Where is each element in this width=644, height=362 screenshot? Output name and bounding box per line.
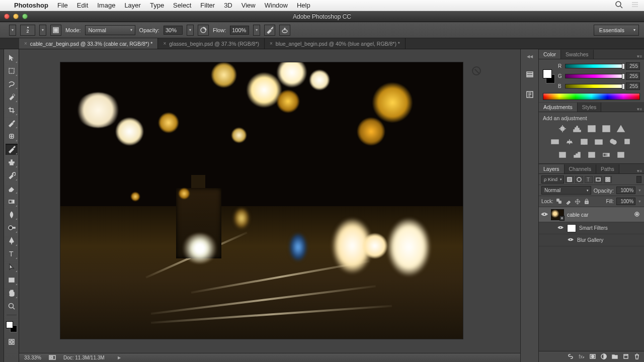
- gradient-tool[interactable]: [6, 196, 18, 207]
- airbrush-icon[interactable]: [264, 25, 275, 36]
- curves-icon[interactable]: [587, 124, 597, 133]
- filter-entry-row[interactable]: Blur Gallery: [539, 234, 644, 246]
- b-slider[interactable]: [565, 84, 624, 88]
- smart-filters-row[interactable]: Smart Filters: [539, 222, 644, 234]
- menu-file[interactable]: File: [57, 2, 68, 9]
- b-value[interactable]: 255: [626, 82, 640, 90]
- opacity-input[interactable]: 30%: [164, 26, 183, 35]
- group-icon[interactable]: [612, 353, 618, 360]
- close-button[interactable]: [4, 14, 10, 19]
- brightness-contrast-icon[interactable]: [557, 124, 568, 133]
- invert-icon[interactable]: [557, 150, 568, 159]
- lock-position-icon[interactable]: [574, 198, 581, 205]
- filter-mask-thumbnail[interactable]: [567, 224, 576, 232]
- menu-window[interactable]: Window: [265, 2, 288, 9]
- filter-type-icon[interactable]: T: [585, 176, 593, 183]
- document-tab[interactable]: ×glasses_begin.psd @ 37.3% (RGB/8*): [158, 38, 265, 49]
- color-spectrum[interactable]: [543, 93, 640, 100]
- color-lookup-icon[interactable]: [623, 137, 633, 146]
- layer-row[interactable]: cable car: [539, 207, 644, 222]
- eraser-tool[interactable]: [6, 183, 18, 194]
- levels-icon[interactable]: [572, 124, 582, 133]
- menu-type[interactable]: Type: [150, 2, 164, 9]
- black-white-icon[interactable]: [579, 137, 589, 146]
- opacity-dropdown[interactable]: ▼: [187, 25, 194, 36]
- lasso-tool[interactable]: [6, 78, 18, 89]
- channel-mixer-icon[interactable]: [608, 137, 618, 146]
- document-canvas[interactable]: [60, 62, 463, 339]
- layer-fill-input[interactable]: 100%: [616, 198, 635, 205]
- delete-layer-icon[interactable]: [634, 353, 640, 360]
- brush-preset-picker[interactable]: 2: [20, 25, 35, 36]
- document-tab[interactable]: ×blue_angel_begin.psd @ 40% (blue angel,…: [265, 38, 406, 49]
- healing-brush-tool[interactable]: [6, 131, 18, 142]
- menu-image[interactable]: Image: [97, 2, 115, 9]
- tab-adjustments[interactable]: Adjustments: [539, 103, 578, 112]
- g-value[interactable]: 255: [626, 72, 640, 80]
- layer-style-icon[interactable]: fx▾: [579, 354, 585, 359]
- preview-icon[interactable]: [48, 355, 56, 361]
- zoom-tool[interactable]: [6, 301, 18, 312]
- link-layers-icon[interactable]: [568, 353, 574, 360]
- close-icon[interactable]: ×: [163, 41, 166, 46]
- type-tool[interactable]: T: [6, 248, 18, 259]
- clone-stamp-tool[interactable]: [6, 157, 18, 168]
- lock-transparency-icon[interactable]: [556, 198, 563, 205]
- flow-dropdown[interactable]: ▼: [253, 25, 260, 36]
- filter-adjustment-icon[interactable]: [575, 176, 583, 183]
- dodge-tool[interactable]: [6, 222, 18, 233]
- adjustment-layer-icon[interactable]: [601, 353, 607, 360]
- rectangle-tool[interactable]: [6, 275, 18, 286]
- close-icon[interactable]: ×: [24, 41, 27, 46]
- spotlight-icon[interactable]: [615, 1, 623, 10]
- marquee-tool[interactable]: [6, 65, 18, 76]
- visibility-icon[interactable]: [557, 225, 564, 231]
- panel-menu-icon[interactable]: ▾≡: [635, 107, 644, 112]
- tool-preset-dropdown[interactable]: ▼: [9, 25, 16, 36]
- layer-opacity-input[interactable]: 100%: [616, 187, 635, 194]
- panel-menu-icon[interactable]: ▾≡: [635, 54, 644, 59]
- brush-preset-dropdown[interactable]: ▼: [39, 25, 46, 36]
- tab-channels[interactable]: Channels: [565, 164, 596, 173]
- lock-pixels-icon[interactable]: [565, 198, 572, 205]
- history-panel-icon[interactable]: [524, 69, 535, 80]
- menu-3d[interactable]: 3D: [224, 2, 232, 9]
- hue-sat-icon[interactable]: [550, 137, 560, 146]
- menu-layer[interactable]: Layer: [124, 2, 141, 9]
- collapse-dock-icon[interactable]: ◀◀: [527, 54, 533, 59]
- pressure-opacity-icon[interactable]: [198, 25, 209, 36]
- filter-toggle[interactable]: [636, 176, 641, 183]
- workspace-switcher[interactable]: Essentials: [594, 25, 639, 36]
- history-brush-tool[interactable]: [6, 170, 18, 181]
- layer-mask-icon[interactable]: [590, 353, 596, 360]
- opacity-dropdown-icon[interactable]: ▼: [638, 189, 641, 192]
- fill-dropdown-icon[interactable]: ▼: [638, 200, 641, 203]
- smart-filter-visibility-icon[interactable]: [634, 211, 640, 218]
- menu-help[interactable]: Help: [297, 2, 310, 9]
- g-slider[interactable]: [565, 74, 624, 78]
- flow-input[interactable]: 100%: [230, 26, 249, 35]
- pen-tool[interactable]: [6, 235, 18, 246]
- color-balance-icon[interactable]: [565, 137, 575, 146]
- doc-size[interactable]: Doc: 11.3M/11.3M: [63, 355, 105, 360]
- tab-styles[interactable]: Styles: [578, 103, 602, 112]
- threshold-icon[interactable]: [587, 150, 597, 159]
- menu-filter[interactable]: Filter: [200, 2, 215, 9]
- crop-tool[interactable]: [6, 105, 18, 116]
- document-tab[interactable]: ×cable_car_begin.psd @ 33.3% (cable car,…: [19, 38, 158, 49]
- new-layer-icon[interactable]: [623, 353, 629, 360]
- exposure-icon[interactable]: [601, 124, 611, 133]
- pressure-size-icon[interactable]: [279, 25, 290, 36]
- menu-edit[interactable]: Edit: [77, 2, 88, 9]
- selective-color-icon[interactable]: [616, 150, 626, 159]
- photo-filter-icon[interactable]: [594, 137, 604, 146]
- layer-blend-mode[interactable]: Normal: [541, 186, 591, 195]
- layer-thumbnail[interactable]: [551, 209, 564, 220]
- left-dock-strip[interactable]: [0, 49, 4, 362]
- status-flyout-icon[interactable]: ▶: [118, 355, 121, 360]
- quick-mask-toggle[interactable]: [6, 336, 18, 347]
- filter-pixel-icon[interactable]: [566, 176, 574, 183]
- menu-select[interactable]: Select: [173, 2, 191, 9]
- lock-all-icon[interactable]: [583, 198, 590, 205]
- visibility-icon[interactable]: [541, 212, 548, 218]
